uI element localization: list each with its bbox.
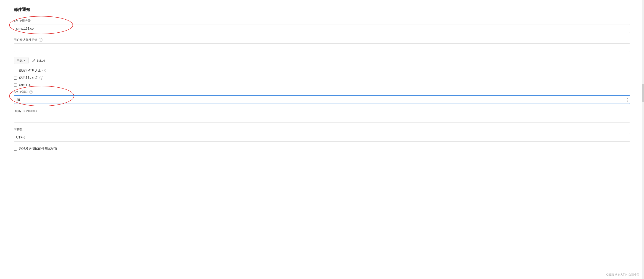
scrollbar[interactable] [642,0,644,279]
user-default-suffix-help-icon[interactable]: ? [39,38,42,42]
user-default-suffix-group: 用户默认邮件后缀 ? [14,38,630,52]
use-ssl-help-icon[interactable]: ? [40,76,43,80]
charset-label: 字符集 [14,128,630,132]
charset-input[interactable] [14,133,630,142]
spin-down-button[interactable]: ▼ [626,100,629,102]
user-default-suffix-label: 用户默认邮件后缀 ? [14,38,630,42]
reply-to-label: Reply-To Address [14,109,630,112]
edit-icon [32,59,36,62]
scrollbar-thumb[interactable] [642,84,644,102]
spin-up-button[interactable]: ▲ [626,97,629,100]
smtp-port-input-wrapper: ▲ ▼ [14,95,630,104]
use-ssl-checkbox[interactable] [14,76,17,80]
test-config-row: 通过发送测试邮件测试配置 [14,147,630,151]
smtp-port-label: SMTP端口 ? [14,90,630,94]
use-ssl-row: 使用SSL协议 ? [14,76,630,80]
user-default-suffix-input[interactable] [14,43,630,52]
smtp-port-help-icon[interactable]: ? [29,90,33,94]
smtp-server-label: SMTP服务器 [14,19,630,23]
spin-buttons: ▲ ▼ [626,97,629,102]
edited-badge: Edited [32,59,45,62]
charset-group: 字符集 [14,128,630,142]
use-smtp-auth-row: 使用SMTP认证 ? [14,68,630,72]
smtp-port-input[interactable] [14,95,630,104]
chevron-up-icon [24,60,26,61]
reply-to-input[interactable] [14,114,630,122]
reply-to-group: Reply-To Address [14,109,630,122]
page-title: 邮件通知 [14,7,630,12]
smtp-server-group: SMTP服务器 [14,19,630,33]
use-tls-checkbox[interactable] [14,83,17,87]
watermark: CSDN @从入门小白到小黑 [606,273,640,277]
smtp-server-input[interactable] [14,24,630,33]
use-smtp-auth-help-icon[interactable]: ? [42,69,46,72]
use-tls-row: Use TLS [14,83,630,87]
use-smtp-auth-checkbox[interactable] [14,69,17,72]
smtp-port-group: SMTP端口 ? ▲ ▼ [14,90,630,104]
advanced-button[interactable]: 高级 [14,57,28,64]
test-config-checkbox[interactable] [14,147,17,151]
advanced-bar: 高级 Edited [14,57,630,64]
